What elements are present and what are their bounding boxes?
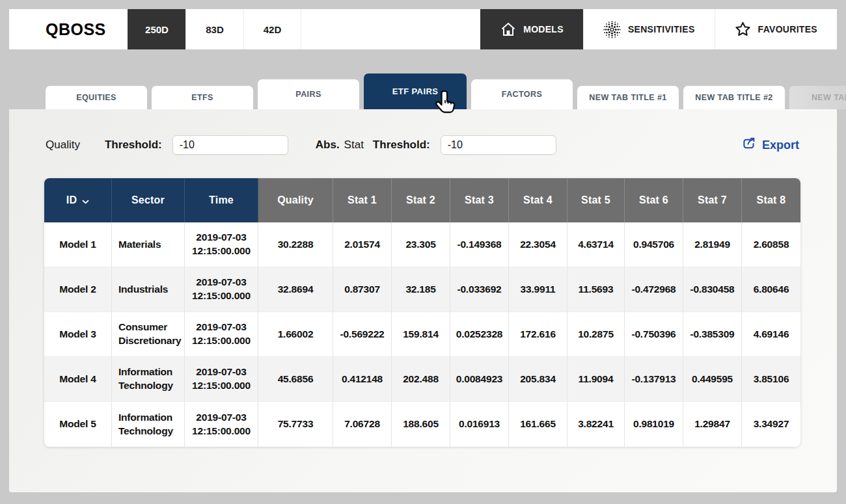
abs-label: Abs. xyxy=(316,139,340,152)
cell-stat-5: 3.82241 xyxy=(567,402,625,447)
cell-sector: Consumer Discretionary xyxy=(112,312,185,357)
table-row[interactable]: Model 3Consumer Discretionary2019-07-031… xyxy=(44,312,800,357)
tab-equities[interactable]: EQUITIES xyxy=(46,86,147,109)
column-header-stat-6[interactable]: Stat 6 xyxy=(625,178,683,222)
quality-label: Quality xyxy=(46,139,80,152)
burst-icon xyxy=(603,21,621,38)
nav-button-favourites[interactable]: FAVOURITES xyxy=(715,9,837,49)
column-header-stat-1[interactable]: Stat 1 xyxy=(333,178,392,222)
table-row[interactable]: Model 4Information Technology2019-07-031… xyxy=(44,357,800,402)
cell-stat-6: -0.472968 xyxy=(625,267,683,312)
brand-logo: QBOSS xyxy=(9,9,128,49)
cell-stat-6: -0.750396 xyxy=(625,312,683,357)
cell-quality: 1.66002 xyxy=(258,312,333,357)
cell-stat-7: -0.385309 xyxy=(683,312,742,357)
cell-stat-5: 11.9094 xyxy=(567,357,625,402)
tab-etf-pairs[interactable]: ETF PAIRS xyxy=(364,73,467,109)
tab-new-tab-title-2[interactable]: NEW TAB TITLE #2 xyxy=(683,86,785,109)
stat-threshold-input[interactable] xyxy=(441,135,556,155)
table-row[interactable]: Model 1Materials2019-07-0312:15:00.00030… xyxy=(44,222,800,267)
cell-id: Model 3 xyxy=(44,312,112,357)
time-timestamp: 12:15:00.000 xyxy=(189,289,254,303)
cell-stat-7: -0.830458 xyxy=(683,267,742,312)
cell-stat-8: 3.85106 xyxy=(742,357,800,402)
tab-new-tab-t[interactable]: NEW TAB T xyxy=(789,86,846,109)
cell-stat-3: -0.149368 xyxy=(450,222,509,267)
quality-threshold-input[interactable] xyxy=(172,135,288,155)
cell-stat-4: 205.834 xyxy=(509,357,567,402)
period-button-42d[interactable]: 42D xyxy=(243,9,301,49)
cell-stat-5: 10.2875 xyxy=(567,312,625,357)
period-button-83d[interactable]: 83D xyxy=(185,9,243,49)
tab-etfs[interactable]: ETFS xyxy=(152,86,253,109)
column-header-time[interactable]: Time xyxy=(185,178,258,222)
cell-stat-7: 1.29847 xyxy=(683,402,742,447)
time-date: 2019-07-03 xyxy=(189,411,254,425)
cell-stat-2: 32.185 xyxy=(392,267,450,312)
column-header-sector[interactable]: Sector xyxy=(112,178,185,222)
cell-sector: Information Technology xyxy=(112,357,185,402)
nav-button-label: MODELS xyxy=(523,24,564,34)
cell-id: Model 1 xyxy=(44,222,112,267)
time-date: 2019-07-03 xyxy=(189,231,254,245)
stat-threshold-label: Threshold: xyxy=(373,139,430,152)
time-timestamp: 12:15:00.000 xyxy=(189,379,254,393)
cell-id: Model 4 xyxy=(44,357,112,402)
cell-stat-2: 23.305 xyxy=(392,222,450,267)
topbar: QBOSS 250D83D42D MODELSSENSITIVITIESFAVO… xyxy=(9,9,837,49)
cell-id: Model 5 xyxy=(44,402,112,447)
nav-button-label: SENSITIVITIES xyxy=(628,24,695,34)
cell-stat-3: 0.0252328 xyxy=(450,312,509,357)
cell-time: 2019-07-0312:15:00.000 xyxy=(185,222,258,267)
tab-factors[interactable]: FACTORS xyxy=(471,79,573,109)
cell-stat-6: 0.945706 xyxy=(625,222,683,267)
cell-stat-8: 3.34927 xyxy=(742,402,800,447)
table-row[interactable]: Model 5Information Technology2019-07-031… xyxy=(44,402,800,447)
table-row[interactable]: Model 2Industrials2019-07-0312:15:00.000… xyxy=(44,267,800,312)
cell-time: 2019-07-0312:15:00.000 xyxy=(185,357,258,402)
cell-stat-4: 22.3054 xyxy=(509,222,567,267)
cell-stat-7: 2.81949 xyxy=(683,222,742,267)
time-date: 2019-07-03 xyxy=(189,365,254,379)
content-panel: Quality Threshold: Abs. Stat Threshold: … xyxy=(9,109,837,492)
main-nav: MODELSSENSITIVITIESFAVOURITES xyxy=(480,9,837,49)
column-header-stat-2[interactable]: Stat 2 xyxy=(392,178,450,222)
export-icon xyxy=(741,136,756,154)
cell-stat-7: 0.449595 xyxy=(683,357,742,402)
time-timestamp: 12:15:00.000 xyxy=(189,425,254,438)
stat-label: Stat xyxy=(344,139,364,152)
cell-stat-2: 188.605 xyxy=(392,402,450,447)
tab-new-tab-title-1[interactable]: NEW TAB TITLE #1 xyxy=(577,86,679,109)
column-header-quality[interactable]: Quality xyxy=(258,178,333,222)
cell-stat-5: 4.63714 xyxy=(567,222,625,267)
cell-stat-2: 159.814 xyxy=(392,312,450,357)
cell-stat-2: 202.488 xyxy=(392,357,450,402)
tab-pairs[interactable]: PAIRS xyxy=(258,79,359,109)
column-header-id[interactable]: ID xyxy=(44,178,112,222)
nav-button-models[interactable]: MODELS xyxy=(480,9,583,49)
column-header-stat-8[interactable]: Stat 8 xyxy=(742,178,800,222)
time-timestamp: 12:15:00.000 xyxy=(189,245,254,258)
quality-threshold-label: Threshold: xyxy=(105,139,162,152)
cell-stat-6: 0.981019 xyxy=(625,402,683,447)
export-button[interactable]: Export xyxy=(741,136,799,154)
column-header-stat-4[interactable]: Stat 4 xyxy=(509,178,567,222)
cell-stat-4: 33.9911 xyxy=(509,267,567,312)
column-header-stat-5[interactable]: Stat 5 xyxy=(567,178,625,222)
star-icon xyxy=(735,21,751,37)
cell-stat-1: 0.87307 xyxy=(333,267,392,312)
cell-sector: Materials xyxy=(112,222,185,267)
table-header-row: IDSectorTimeQualityStat 1Stat 2Stat 3Sta… xyxy=(44,178,800,222)
cell-id: Model 2 xyxy=(44,267,112,312)
filter-bar: Quality Threshold: Abs. Stat Threshold: … xyxy=(46,135,799,155)
time-date: 2019-07-03 xyxy=(189,321,254,334)
period-button-250d[interactable]: 250D xyxy=(128,9,185,49)
cell-time: 2019-07-0312:15:00.000 xyxy=(185,402,258,447)
column-header-stat-7[interactable]: Stat 7 xyxy=(683,178,742,222)
cell-stat-5: 11.5693 xyxy=(567,267,625,312)
cell-quality: 30.2288 xyxy=(258,222,333,267)
cell-stat-3: 0.016913 xyxy=(450,402,509,447)
cell-stat-1: -0.569222 xyxy=(333,312,392,357)
column-header-stat-3[interactable]: Stat 3 xyxy=(450,178,509,222)
nav-button-sensitivities[interactable]: SENSITIVITIES xyxy=(583,9,715,49)
